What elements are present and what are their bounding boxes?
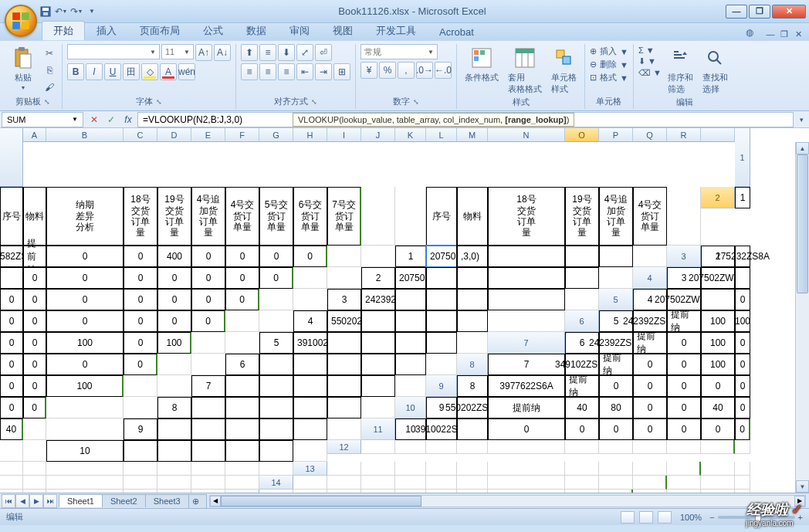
- cell-n-5[interactable]: [259, 354, 293, 375]
- cell-empty[interactable]: [488, 490, 565, 493]
- merge-button[interactable]: ⊞: [333, 63, 350, 80]
- cell-data1-9-5[interactable]: 0: [599, 418, 633, 440]
- cell-data1-5-6[interactable]: 0: [0, 354, 23, 375]
- cell-data1-1-1[interactable]: 175232ZS8A: [735, 246, 750, 267]
- comma-button[interactable]: ,: [398, 62, 415, 79]
- normal-view-button[interactable]: [621, 511, 635, 524]
- cell-data1-5-9[interactable]: 0: [124, 354, 157, 375]
- cell-empty[interactable]: [735, 440, 750, 454]
- sort-filter-button[interactable]: 排序和 筛选: [665, 44, 696, 97]
- sheet-tab-3[interactable]: Sheet3: [145, 494, 189, 507]
- row-header-10[interactable]: 10: [395, 397, 426, 418]
- cell-empty[interactable]: [395, 490, 426, 493]
- cell-empty[interactable]: [457, 440, 488, 454]
- align-bottom-button[interactable]: ⬇: [278, 44, 295, 61]
- cell-data1-3-8[interactable]: 0: [157, 310, 191, 332]
- cell-data1-7-8[interactable]: 0: [0, 397, 23, 418]
- align-top-button[interactable]: ⬆: [241, 44, 258, 61]
- font-size-combo[interactable]: 11▼: [161, 44, 194, 59]
- cell-empty[interactable]: [426, 440, 457, 454]
- sheet-tab-2[interactable]: Sheet2: [102, 494, 146, 507]
- cell-data1-9-2[interactable]: [457, 418, 488, 440]
- cell-data1-0-1[interactable]: 165582ZS6A: [0, 246, 23, 267]
- formula-input[interactable]: =VLOOKUP(N2,B:J,3,0) VLOOKUP(lookup_valu…: [137, 112, 794, 127]
- tab-home[interactable]: 开始: [42, 21, 85, 40]
- cell-data1-2-6[interactable]: 0: [124, 289, 157, 310]
- save-icon[interactable]: [39, 5, 52, 19]
- header1-3[interactable]: 18号 交货 订单 量: [124, 187, 157, 246]
- col-header-P[interactable]: P: [599, 128, 633, 142]
- cell-data1-7-1[interactable]: 3977622S6A: [488, 375, 565, 397]
- align-center-button[interactable]: ≡: [259, 63, 276, 80]
- cell-empty[interactable]: [633, 462, 667, 476]
- redo-icon[interactable]: ↷▼: [69, 5, 83, 19]
- cell-data1-3-3[interactable]: 0: [735, 289, 750, 310]
- cell-m-9[interactable]: 10: [46, 440, 124, 462]
- cell-data1-7-7[interactable]: 0: [735, 375, 750, 397]
- cell-data1-2-4[interactable]: 0: [23, 289, 46, 310]
- cell-m-5[interactable]: 6: [225, 354, 259, 375]
- fill-color-button[interactable]: ◇: [141, 63, 158, 80]
- header1-6[interactable]: 4号交 货订 单量: [225, 187, 259, 246]
- cell-empty[interactable]: [293, 490, 327, 493]
- paste-button[interactable]: 粘贴 ▼: [8, 44, 39, 92]
- cell-m-0[interactable]: 1: [395, 246, 426, 267]
- tab-formulas[interactable]: 公式: [191, 21, 235, 40]
- col-header-A[interactable]: A: [23, 128, 46, 142]
- row-header-11[interactable]: 11: [361, 418, 395, 440]
- cell-data1-8-9[interactable]: 40: [0, 418, 23, 440]
- undo-icon[interactable]: ↶▼: [54, 5, 68, 19]
- cell-empty[interactable]: [457, 476, 488, 490]
- cell-empty[interactable]: [667, 490, 701, 493]
- cell-empty[interactable]: [395, 440, 426, 454]
- cell-data1-7-0[interactable]: 8: [457, 375, 488, 397]
- cell-data1-8-4[interactable]: 80: [599, 397, 633, 418]
- cell-data1-9-1[interactable]: 3910022S00: [426, 418, 457, 440]
- cell-data1-5-7[interactable]: 0: [23, 354, 46, 375]
- italic-button[interactable]: I: [86, 63, 103, 80]
- cell-empty[interactable]: [565, 476, 599, 490]
- cell-m-2[interactable]: 3: [327, 289, 361, 310]
- cell-n-9[interactable]: [124, 440, 157, 462]
- help-icon[interactable]: ◍: [740, 25, 760, 40]
- cell-empty[interactable]: [565, 462, 599, 476]
- col-header-J[interactable]: J: [361, 128, 395, 142]
- cell-data1-9-9[interactable]: 0: [735, 418, 750, 440]
- cell-n-8[interactable]: [157, 418, 191, 440]
- row-header-9[interactable]: 9: [426, 375, 457, 397]
- row-header-2[interactable]: 2: [701, 187, 735, 208]
- cell-data1-0-6[interactable]: 0: [191, 246, 225, 267]
- new-sheet-button[interactable]: ⊕: [188, 494, 207, 508]
- cell-empty[interactable]: [701, 476, 735, 490]
- number-format-combo[interactable]: 常规▼: [360, 44, 438, 59]
- accept-formula-button[interactable]: ✓: [103, 112, 119, 127]
- cell-data1-4-6[interactable]: 0: [23, 332, 46, 354]
- header2-2[interactable]: 18号 交货 订单 量: [488, 187, 565, 246]
- cell-o[interactable]: [225, 397, 259, 418]
- mdi-close[interactable]: ✕: [792, 28, 804, 40]
- cell-empty[interactable]: [599, 476, 633, 490]
- cell-data1-0-5[interactable]: 400: [157, 246, 191, 267]
- cell-data1-9-4[interactable]: 0: [565, 418, 599, 440]
- cell-data1-3-4[interactable]: 0: [0, 310, 23, 332]
- cell-m-7[interactable]: 8: [157, 397, 191, 418]
- cell-data1-6-2[interactable]: 提前纳: [599, 354, 633, 375]
- cell-empty[interactable]: [124, 462, 157, 476]
- cell-data1-0-2[interactable]: 提前纳: [23, 246, 46, 267]
- header2-4[interactable]: 4号追 加货 订单 量: [599, 187, 633, 246]
- cell-empty[interactable]: [565, 490, 599, 493]
- cell-n-4[interactable]: 3910022S00: [293, 332, 327, 354]
- cell-data1-6-3[interactable]: 0: [633, 354, 667, 375]
- cell-data1-8-2[interactable]: 提前纳: [488, 397, 565, 418]
- currency-button[interactable]: ¥: [360, 62, 377, 79]
- copy-button[interactable]: ⎘: [42, 63, 57, 78]
- cell-data1-6-8[interactable]: 0: [23, 375, 46, 397]
- bold-button[interactable]: B: [67, 63, 84, 80]
- cell-data1-9-3[interactable]: 0: [488, 418, 565, 440]
- last-sheet-button[interactable]: ⏭: [43, 494, 57, 508]
- header2-1[interactable]: 物料: [457, 187, 488, 246]
- cell-data1-4-9[interactable]: 100: [157, 332, 191, 354]
- cell-empty[interactable]: [157, 462, 191, 476]
- cell-empty[interactable]: [735, 490, 750, 493]
- cell-data1-4-8[interactable]: 0: [124, 332, 157, 354]
